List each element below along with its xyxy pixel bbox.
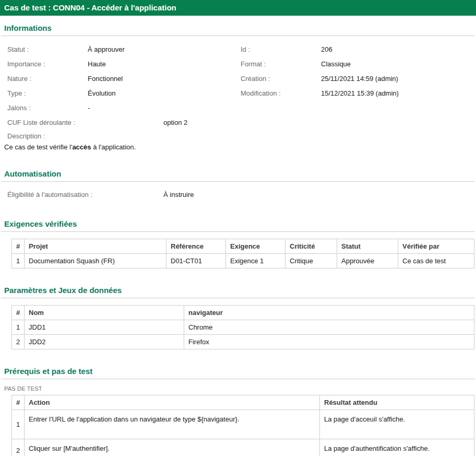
field-modification: Modification :15/12/2021 15:39 (admin) [241,86,476,101]
jdd1-navigateur-cell: Chrome [184,320,474,335]
pas-de-test-label: PAS DE TEST [4,385,476,392]
exigences-table-wrapper: # Projet Référence Exigence Criticité St… [11,239,474,268]
field-format: Format :Classique [241,57,476,72]
field-jalons-label: Jalons : [7,101,88,115]
field-format-label: Format : [241,57,321,72]
field-statut-value: À approuver [88,45,125,53]
exigences-table: # Projet Référence Exigence Criticité St… [11,239,474,268]
step1-action-cell: Entrer l'URL de l'application dans un na… [25,410,320,439]
field-type-value: Évolution [88,89,115,97]
field-jalons: Jalons :- [7,101,238,115]
page-title: Cas de test : CONN04 - Accéder à l'appli… [4,3,176,12]
exigence-projet-cell: Documentation Squash (FR) [25,254,166,268]
jdd2-nom-cell: JDD2 [25,335,184,349]
field-nature: Nature :Fonctionnel [7,72,238,86]
field-cuf-value: option 2 [163,119,187,126]
field-modification-value: 15/12/2021 15:39 (admin) [321,89,399,97]
field-description: Description : Ce cas de test vérifie l'a… [7,130,238,152]
steps-header-action: Action [25,395,320,410]
jdd1-nom-cell: JDD1 [25,320,184,335]
section-prerequis-title: Prérequis et pas de test [4,367,472,376]
section-divider [1,36,475,36]
section-exigences-title: Exigences vérifiées [4,219,472,228]
field-cuf-liste-deroulante: CUF Liste déroulante :option 2 [7,115,238,130]
section-divider [1,379,475,379]
informations-left-column: Statut :À approuver Importance :Haute Na… [0,42,238,152]
description-text-suffix: à l'application. [91,143,136,151]
parametres-row-jdd2: 2 JDD2 Firefox [12,335,474,349]
steps-header-num: # [12,395,25,410]
section-automatisation-title: Automatisation [4,169,472,178]
exigence-criticite-cell: Critique [285,254,337,268]
field-importance: Importance :Haute [7,57,238,72]
exigence-exigence-cell: Exigence 1 [226,254,285,268]
exigence-verifiee-par-cell: Ce cas de test [398,254,474,268]
parametres-header-navigateur: navigateur [184,306,474,320]
section-divider [1,298,475,298]
steps-table-wrapper: # Action Résultat attendu 1 Entrer l'URL… [11,395,474,456]
parametres-header-row: # Nom navigateur [12,306,474,320]
field-id-label: Id : [241,42,321,57]
field-nature-label: Nature : [7,72,88,86]
jdd2-num-cell: 2 [12,335,25,349]
step2-resultat-cell: La page d'authentification s'affiche. [320,439,474,456]
field-jalons-value: - [88,104,90,112]
step2-action-cell: Cliquer sur [M'authentifier]. [25,439,320,456]
parametres-row-jdd1: 1 JDD1 Chrome [12,320,474,335]
exigences-header-row: # Projet Référence Exigence Criticité St… [12,239,474,254]
section-informations-title: Informations [4,24,472,32]
parametres-header-num: # [12,306,25,320]
field-eligibilite-label: Éligibilité à l'automatisation : [7,188,163,202]
steps-header-row: # Action Résultat attendu [12,395,474,410]
page-title-bar: Cas de test : CONN04 - Accéder à l'appli… [0,0,476,16]
exigence-reference-cell: D01-CT01 [166,254,226,268]
exigences-header-statut: Statut [337,239,398,254]
field-importance-value: Haute [88,60,106,68]
exigences-header-reference: Référence [166,239,226,254]
field-description-text: Ce cas de test vérifie l'accès à l'appli… [4,143,238,152]
field-modification-label: Modification : [241,86,321,101]
field-type-label: Type : [7,86,88,101]
description-text-prefix: Ce cas de test vérifie l' [4,143,72,151]
field-nature-value: Fonctionnel [88,75,123,83]
exigence-statut-cell: Approuvée [337,254,398,268]
step-row-1: 1 Entrer l'URL de l'application dans un … [12,410,474,439]
field-statut: Statut :À approuver [7,42,238,57]
field-cuf-label: CUF Liste déroulante : [7,115,163,130]
parametres-header-nom: Nom [25,306,184,320]
description-text-bold: accès [72,143,91,151]
field-creation-label: Création : [241,72,321,86]
field-type: Type :Évolution [7,86,238,101]
field-id-value: 206 [321,45,332,53]
jdd2-navigateur-cell: Firefox [184,335,474,349]
informations-right-column: Id :206 Format :Classique Création :25/1… [238,42,476,152]
step2-num-cell: 2 [12,439,25,456]
parametres-table-wrapper: # Nom navigateur 1 JDD1 Chrome 2 JDD2 Fi… [11,305,474,349]
section-parametres-title: Paramètres et Jeux de données [4,286,472,295]
steps-header-resultat: Résultat attendu [320,395,474,410]
field-eligibilite-value: À instruire [163,191,194,198]
step-row-2: 2 Cliquer sur [M'authentifier]. La page … [12,439,474,456]
exigences-header-num: # [12,239,25,254]
field-eligibilite-automatisation: Éligibilité à l'automatisation :À instru… [0,188,476,202]
steps-table: # Action Résultat attendu 1 Entrer l'URL… [11,395,474,456]
exigences-header-verifiee-par: Vérifiée par [398,239,474,254]
field-id: Id :206 [241,42,476,57]
step1-num-cell: 1 [12,410,25,439]
field-importance-label: Importance : [7,57,88,72]
informations-grid: Statut :À approuver Importance :Haute Na… [0,42,476,152]
field-statut-label: Statut : [7,42,88,57]
exigences-header-exigence: Exigence [226,239,285,254]
exigences-row: 1 Documentation Squash (FR) D01-CT01 Exi… [12,254,474,268]
section-divider [1,181,475,182]
exigences-header-projet: Projet [25,239,166,254]
jdd1-num-cell: 1 [12,320,25,335]
field-creation-value: 25/11/2021 14:59 (admin) [321,75,398,83]
field-format-value: Classique [321,60,351,68]
exigence-num-cell: 1 [12,254,25,268]
field-description-label: Description : [7,130,238,143]
field-creation: Création :25/11/2021 14:59 (admin) [241,72,476,86]
parametres-table: # Nom navigateur 1 JDD1 Chrome 2 JDD2 Fi… [11,305,474,349]
step1-resultat-cell: La page d'acceuil s'affiche. [320,410,474,439]
exigences-header-criticite: Criticité [285,239,337,254]
